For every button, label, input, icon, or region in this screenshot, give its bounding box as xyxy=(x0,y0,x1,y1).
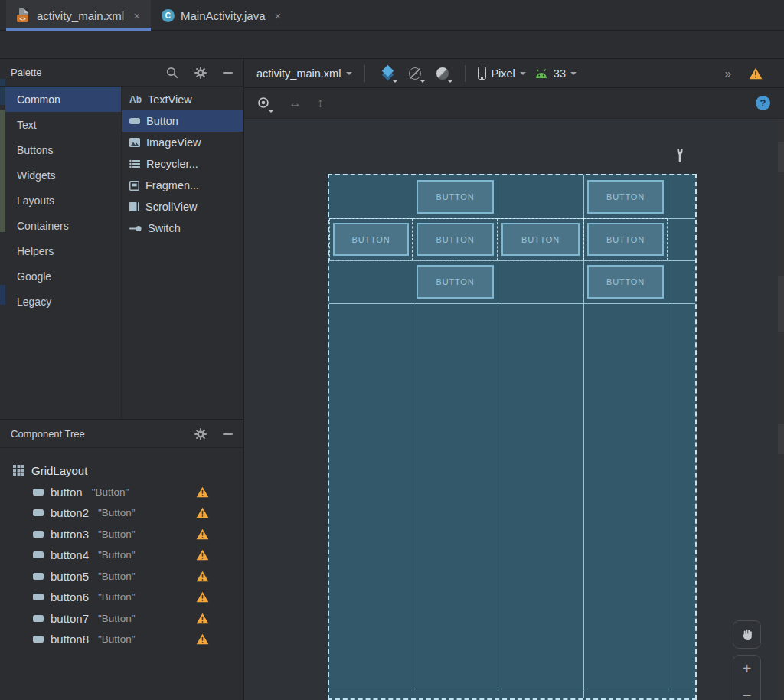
canvas-button[interactable]: BUTTON xyxy=(587,265,664,299)
palette-item-switch[interactable]: Switch xyxy=(122,218,243,239)
search-icon[interactable] xyxy=(166,67,178,79)
toolbar-overflow-button[interactable]: » xyxy=(725,67,732,80)
toolbar-separator xyxy=(465,65,466,82)
palette-category-containers[interactable]: Containers xyxy=(5,213,121,238)
close-tab-icon[interactable]: × xyxy=(275,9,282,22)
stripe-tool-button[interactable] xyxy=(778,142,784,172)
palette-item-recyclerview[interactable]: Recycler... xyxy=(122,153,243,175)
button-icon xyxy=(33,594,44,600)
component-tree-title: Component Tree xyxy=(0,428,85,440)
fragment-icon xyxy=(129,181,139,191)
api-version-dropdown[interactable]: 33 xyxy=(534,67,577,80)
gear-icon[interactable] xyxy=(194,67,207,79)
palette-category-google[interactable]: Google xyxy=(5,263,121,289)
palette-category-buttons[interactable]: Buttons xyxy=(5,137,121,162)
warning-icon xyxy=(196,591,209,603)
design-surface-mode-button[interactable] xyxy=(377,64,397,83)
pan-tool-button[interactable] xyxy=(733,620,761,649)
warning-icon[interactable] xyxy=(749,67,763,80)
palette-item-button[interactable]: Button xyxy=(122,110,243,132)
tree-item-button7[interactable]: button7"Button" xyxy=(0,608,243,630)
component-tree-header: Component Tree xyxy=(0,420,243,448)
grid-row-line xyxy=(329,260,695,261)
hide-panel-icon[interactable] xyxy=(223,433,233,435)
zoom-controls: + − xyxy=(733,655,761,700)
tree-item-button4[interactable]: button4"Button" xyxy=(0,545,243,566)
button-icon xyxy=(33,509,44,516)
file-variant-dropdown[interactable]: activity_main.xml xyxy=(256,67,352,80)
stripe-tool-button[interactable] xyxy=(778,276,784,332)
palette-item-fragment[interactable]: Fragmen... xyxy=(122,175,243,196)
tab-label: activity_main.xml xyxy=(37,9,124,22)
tree-item-gridlayout[interactable]: GridLayout xyxy=(0,460,243,482)
tree-item-text: "Button" xyxy=(98,571,136,582)
device-dropdown[interactable]: Pixel xyxy=(478,67,525,80)
canvas-button[interactable]: BUTTON xyxy=(416,265,494,299)
tree-item-id: button4 xyxy=(51,548,89,561)
tree-item-id: button6 xyxy=(51,590,89,604)
palette-category-text[interactable]: Text xyxy=(5,112,121,137)
button-icon xyxy=(33,636,44,643)
design-canvas[interactable]: BUTTONBUTTONBUTTONBUTTONBUTTONBUTTONBUTT… xyxy=(244,119,784,700)
canvas-button[interactable]: BUTTON xyxy=(333,223,409,256)
palette-category-layouts[interactable]: Layouts xyxy=(5,188,121,213)
left-tool-windows: Palette CommonTextButtonsWidgetsLayoutsC… xyxy=(0,59,243,700)
close-tab-icon[interactable]: × xyxy=(133,9,140,22)
orientation-button[interactable] xyxy=(405,64,425,83)
palette-category-helpers[interactable]: Helpers xyxy=(5,238,121,263)
zoom-out-button[interactable]: − xyxy=(733,682,760,700)
help-button[interactable]: ? xyxy=(756,96,770,110)
grid-column-line xyxy=(668,175,668,698)
horizontal-resize-icon[interactable]: ↔ xyxy=(289,96,302,111)
tree-item-button8[interactable]: button8"Button" xyxy=(0,629,243,650)
canvas-button[interactable]: BUTTON xyxy=(587,223,664,256)
warning-icon xyxy=(196,486,209,498)
tab-label: MainActivity.java xyxy=(181,9,266,22)
warning-icon xyxy=(196,633,209,645)
palette-category-legacy[interactable]: Legacy xyxy=(5,289,121,314)
night-mode-button[interactable] xyxy=(433,64,452,83)
tree-item-text: "Button" xyxy=(98,591,136,603)
zoom-in-button[interactable]: + xyxy=(733,656,760,682)
component-tree: GridLayout button"Button"button2"Button"… xyxy=(0,447,243,700)
tree-item-button[interactable]: button"Button" xyxy=(0,482,243,503)
palette-item-label: Switch xyxy=(148,222,181,234)
grid-row-line xyxy=(329,303,695,304)
palette-header: Palette xyxy=(0,59,243,87)
palette-item-imageview[interactable]: ImageView xyxy=(122,132,243,153)
view-options-button[interactable] xyxy=(253,93,273,113)
palette-item-label: Fragmen... xyxy=(145,179,199,191)
palette-item-scrollview[interactable]: ScrollView xyxy=(122,196,243,218)
tree-item-button6[interactable]: button6"Button" xyxy=(0,587,243,608)
canvas-button-label: BUTTON xyxy=(436,277,475,286)
wrench-icon xyxy=(675,149,684,162)
canvas-button-label: BUTTON xyxy=(436,192,475,201)
vertical-resize-icon[interactable]: ↕ xyxy=(317,96,324,111)
tree-item-text: "Button" xyxy=(92,486,129,498)
canvas-button[interactable]: BUTTON xyxy=(501,223,580,256)
tree-item-text: "Button" xyxy=(98,633,136,645)
gear-icon[interactable] xyxy=(194,428,207,440)
hide-panel-icon[interactable] xyxy=(223,72,233,74)
tab-mainactivity-java[interactable]: C MainActivity.java × xyxy=(151,0,292,31)
canvas-button[interactable]: BUTTON xyxy=(587,180,664,214)
stripe-tool-button[interactable] xyxy=(778,424,784,454)
blueprint-surface[interactable]: BUTTONBUTTONBUTTONBUTTONBUTTONBUTTONBUTT… xyxy=(328,174,697,700)
palette-category-widgets[interactable]: Widgets xyxy=(5,162,121,188)
tree-item-id: button5 xyxy=(51,570,89,583)
tree-item-button2[interactable]: button2"Button" xyxy=(0,502,243,524)
chevron-down-icon xyxy=(520,72,526,75)
tree-item-button5[interactable]: button5"Button" xyxy=(0,566,243,587)
layers-icon xyxy=(381,66,394,81)
canvas-button[interactable]: BUTTON xyxy=(416,180,494,214)
canvas-button-label: BUTTON xyxy=(606,192,645,201)
palette-category-common[interactable]: Common xyxy=(5,87,121,112)
tab-activity-main-xml[interactable]: <> activity_main.xml × xyxy=(6,0,151,31)
phone-icon xyxy=(478,67,486,80)
palette-categories: CommonTextButtonsWidgetsLayoutsContainer… xyxy=(5,87,121,419)
tree-item-id: button3 xyxy=(51,528,89,541)
view-options-toolbar: ↔ ↕ ? xyxy=(244,88,784,119)
tree-item-button3[interactable]: button3"Button" xyxy=(0,524,243,545)
canvas-button[interactable]: BUTTON xyxy=(416,223,494,256)
palette-item-textview[interactable]: AbTextView xyxy=(122,89,243,110)
